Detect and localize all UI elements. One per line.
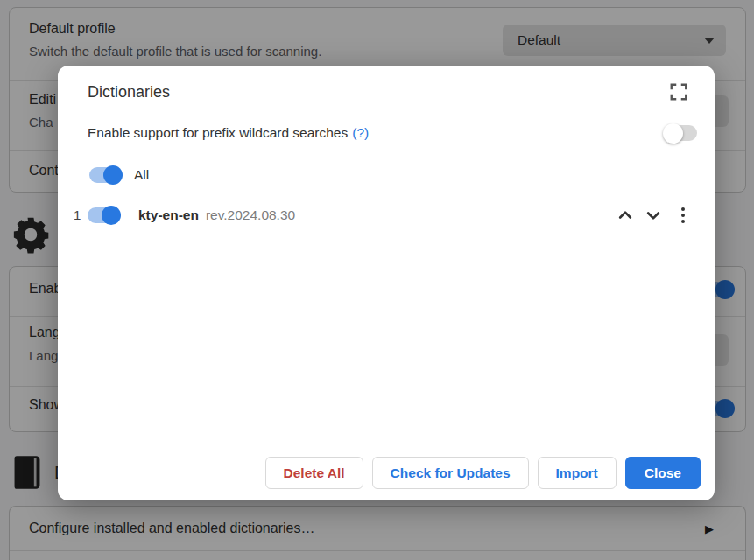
fullscreen-button[interactable] <box>669 82 688 102</box>
entry-name: kty-en-en <box>138 207 199 223</box>
dictionary-entry-row: 1 kty-en-en rev.2024.08.30 <box>58 206 715 225</box>
close-button[interactable]: Close <box>625 457 701 489</box>
check-for-updates-button[interactable]: Check for Updates <box>372 457 529 489</box>
dictionaries-modal: Dictionaries Enable support for prefix w… <box>58 66 715 500</box>
import-button[interactable]: Import <box>538 457 617 489</box>
entry-revision: rev.2024.08.30 <box>206 207 295 223</box>
wildcard-search-label: Enable support for prefix wildcard searc… <box>88 125 348 141</box>
all-dictionaries-toggle[interactable] <box>89 167 121 183</box>
entry-actions <box>617 206 685 225</box>
entry-toggle[interactable] <box>88 207 119 223</box>
chevron-down-icon <box>645 206 662 224</box>
move-down-button[interactable] <box>645 206 662 224</box>
modal-header: Dictionaries <box>58 66 715 102</box>
kebab-menu-icon <box>681 206 685 225</box>
entry-menu-button[interactable] <box>681 206 685 225</box>
wildcard-search-row: Enable support for prefix wildcard searc… <box>58 125 715 141</box>
modal-title: Dictionaries <box>88 83 170 102</box>
delete-all-button[interactable]: Delete All <box>265 457 363 489</box>
chevron-up-icon <box>617 206 634 224</box>
settings-page: Default profile Switch the default profi… <box>0 0 754 560</box>
move-up-button[interactable] <box>617 206 634 224</box>
modal-footer: Delete All Check for Updates Import Clos… <box>58 457 715 500</box>
fullscreen-icon <box>669 82 688 102</box>
wildcard-search-toggle[interactable] <box>666 125 697 141</box>
entry-index: 1 <box>74 207 86 222</box>
wildcard-help-link[interactable]: (?) <box>352 125 369 141</box>
modal-spacer <box>58 225 715 457</box>
all-dictionaries-label: All <box>134 167 149 183</box>
all-dictionaries-row: All <box>58 167 715 183</box>
